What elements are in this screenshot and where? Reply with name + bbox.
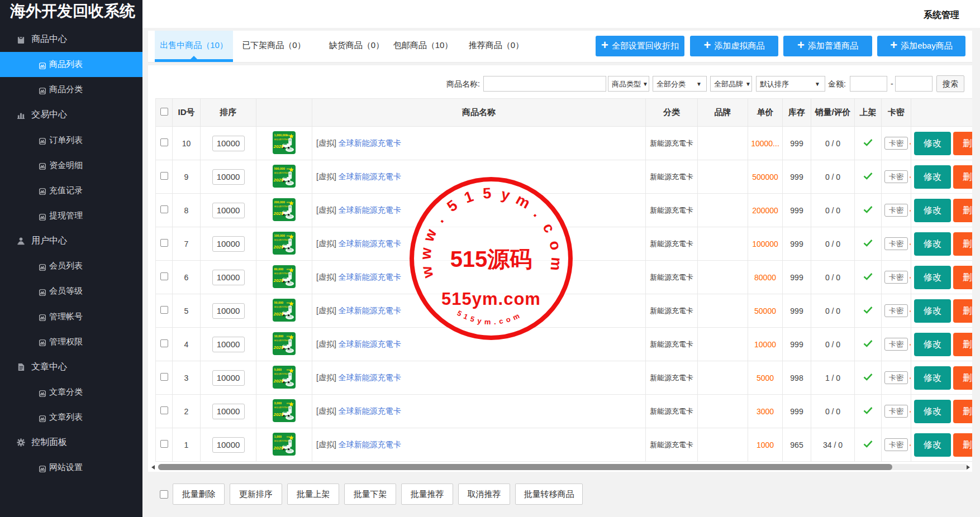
svg-text:車載適配充電裝置: 車載適配充電裝置 xyxy=(274,138,290,140)
svg-text:2025: 2025 xyxy=(273,446,284,451)
svg-text:50,000: 50,000 xyxy=(274,301,284,304)
svg-text:2025: 2025 xyxy=(273,211,284,216)
svg-text:車載適配充電裝置: 車載適配充電裝置 xyxy=(274,205,290,207)
svg-text:車載適配充電裝置: 車載適配充電裝置 xyxy=(274,305,290,308)
svg-text:車載適配充電裝置: 車載適配充電裝置 xyxy=(274,238,290,241)
svg-text:515ym.com: 515ym.com xyxy=(441,289,541,309)
svg-text:2025: 2025 xyxy=(273,345,284,350)
svg-text:200,000: 200,000 xyxy=(274,200,286,204)
svg-text:1,000,000: 1,000,000 xyxy=(274,133,288,137)
svg-text:2025: 2025 xyxy=(273,412,284,417)
svg-text:m: m xyxy=(548,257,565,271)
svg-text:5,000: 5,000 xyxy=(274,368,282,371)
svg-text:車載適配充電裝置: 車載適配充電裝置 xyxy=(274,439,290,442)
svg-text:2025: 2025 xyxy=(273,178,284,183)
svg-text:車載適配充電裝置: 車載適配充電裝置 xyxy=(274,171,290,174)
svg-text:車載適配充電裝置: 車載適配充電裝置 xyxy=(274,406,290,408)
svg-text:2025: 2025 xyxy=(273,245,284,250)
svg-text:515源码: 515源码 xyxy=(450,247,532,271)
svg-text:2025: 2025 xyxy=(273,312,284,317)
svg-text:2025: 2025 xyxy=(273,379,284,384)
svg-text:2025: 2025 xyxy=(273,144,284,149)
svg-text:3,000: 3,000 xyxy=(274,401,282,405)
svg-text:車載適配充電裝置: 車載適配充電裝置 xyxy=(274,272,290,274)
svg-text:5: 5 xyxy=(482,185,492,202)
svg-text:80,000: 80,000 xyxy=(274,267,284,271)
svg-text:10,000: 10,000 xyxy=(274,334,284,338)
svg-text:車載適配充電裝置: 車載適配充電裝置 xyxy=(274,372,290,375)
svg-text:500,000: 500,000 xyxy=(274,167,286,170)
svg-text:2025: 2025 xyxy=(273,278,284,283)
svg-text:w: w xyxy=(417,246,435,260)
svg-text:1,000: 1,000 xyxy=(274,435,282,438)
svg-text:車載適配充電裝置: 車載適配充電裝置 xyxy=(274,339,290,341)
svg-text:100,000: 100,000 xyxy=(274,234,286,237)
